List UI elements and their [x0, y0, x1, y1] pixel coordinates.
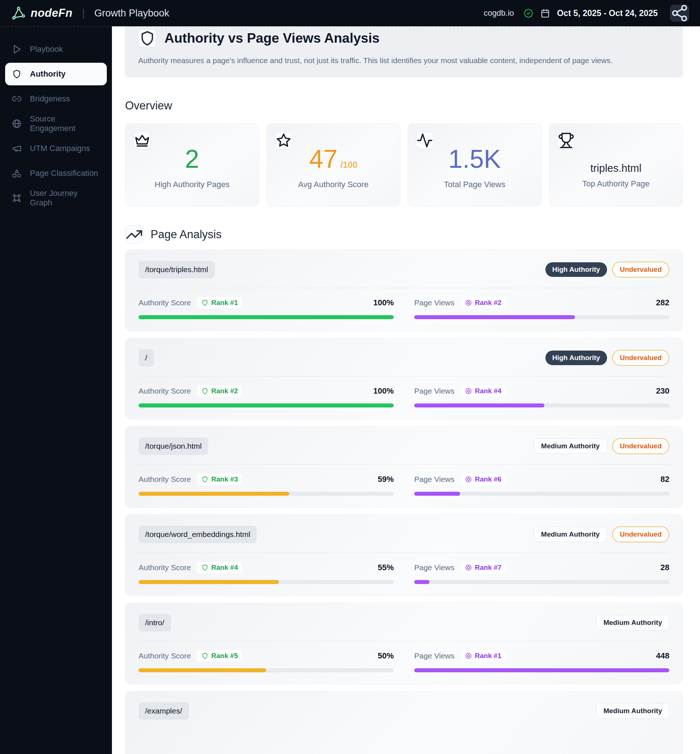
- authority-score-metric: Authority Score Rank #5 50%: [139, 650, 394, 672]
- shield-icon: [201, 564, 209, 571]
- stat-value: triples.html: [558, 161, 675, 175]
- row-divider: [139, 641, 669, 641]
- play-icon: [12, 44, 22, 54]
- overview-cards: 2 High Authority Pages 47/100 Avg Author…: [125, 123, 683, 206]
- authority-score-value: 100%: [373, 386, 394, 396]
- page-title: Authority vs Page Views Analysis: [164, 31, 380, 46]
- page-analysis-heading-row: Page Analysis: [125, 225, 683, 244]
- sidebar-item-utm-campaigns[interactable]: UTM Campaigns: [5, 137, 107, 160]
- crown-icon: [133, 132, 151, 149]
- page-row: /intro/ Medium Authority Authority Score…: [125, 602, 683, 684]
- views-rank-badge: Rank #7: [461, 562, 506, 573]
- page-path[interactable]: /intro/: [139, 614, 171, 632]
- stat-label: Total Page Views: [416, 180, 533, 189]
- views-rank-badge: Rank #1: [461, 650, 506, 662]
- overview-card: triples.html Top Authority Page: [549, 123, 683, 206]
- share-button[interactable]: [670, 5, 689, 22]
- authority-score-bar: [139, 668, 394, 672]
- authority-score-label: Authority Score: [139, 475, 191, 484]
- page-analysis-list: /torque/triples.html High Authority Unde…: [125, 250, 683, 754]
- brand-name: nodeFn: [31, 6, 73, 20]
- stat-value: 1.5K: [416, 143, 533, 175]
- page-path[interactable]: /torque/json.html: [139, 437, 208, 455]
- authority-score-value: 55%: [378, 563, 394, 573]
- journey-graph-icon: [12, 193, 22, 203]
- authority-score-metric: Authority Score Rank #2 100%: [139, 385, 394, 407]
- page-views-value: 82: [661, 475, 669, 484]
- authority-score-metric: Authority Score Rank #1 100%: [139, 297, 394, 319]
- page-path[interactable]: /: [139, 349, 154, 367]
- sidebar-item-label: Page Classification: [30, 169, 98, 178]
- sidebar-item-label: Source Engagement: [30, 114, 100, 133]
- page-views-metric: Page Views Rank #7 28: [414, 562, 669, 584]
- share-icon: [670, 4, 689, 22]
- sidebar-item-playbook[interactable]: Playbook: [5, 38, 107, 61]
- views-rank-badge: Rank #4: [461, 385, 506, 397]
- sidebar-item-bridgeness[interactable]: Bridgeness: [5, 88, 107, 110]
- stat-label: Avg Authority Score: [275, 180, 392, 189]
- app-title: Growth Playbook: [94, 8, 170, 19]
- page-path[interactable]: /examples/: [139, 702, 189, 720]
- views-rank-badge: Rank #6: [461, 474, 506, 485]
- shield-icon: [201, 387, 209, 395]
- page-views-label: Page Views: [414, 475, 455, 484]
- star-icon: [275, 132, 292, 149]
- brand-separator: |: [82, 7, 85, 19]
- overview-heading: Overview: [125, 99, 683, 113]
- nodefn-logo-icon: [11, 5, 26, 21]
- page-views-metric: Page Views Rank #4 230: [414, 385, 669, 407]
- target-icon: [465, 476, 472, 483]
- date-range[interactable]: Oct 5, 2025 - Oct 24, 2025: [557, 8, 658, 18]
- page-views-value: 28: [661, 563, 669, 573]
- authority-score-metric: Authority Score Rank #4 55%: [139, 562, 394, 584]
- row-badges: Medium Authority Undervalued: [534, 526, 669, 543]
- undervalued-badge: Undervalued: [612, 526, 669, 543]
- authority-score-bar: [139, 580, 394, 584]
- top-bar: nodeFn | Growth Playbook cogdb.io Oct 5,…: [0, 0, 700, 26]
- authority-rank-badge: Rank #2: [197, 385, 242, 397]
- page-views-value: 230: [656, 386, 669, 396]
- page-views-value: 448: [656, 651, 669, 661]
- sidebar-item-source-engagement[interactable]: Source Engagement: [5, 113, 107, 135]
- page-views-label: Page Views: [414, 299, 455, 307]
- sidebar-item-label: User Journey Graph: [30, 189, 100, 208]
- page-views-bar: [414, 668, 669, 672]
- shield-icon: [201, 299, 209, 307]
- target-icon: [465, 652, 472, 660]
- shield-icon: [12, 69, 22, 79]
- authority-score-bar: [139, 404, 394, 407]
- page-analysis-heading: Page Analysis: [151, 228, 222, 241]
- authority-score-value: 100%: [373, 298, 394, 308]
- authority-level-badge: Medium Authority: [534, 527, 607, 542]
- page-views-bar: [414, 315, 669, 319]
- authority-level-badge: Medium Authority: [534, 438, 607, 454]
- overview-card: 2 High Authority Pages: [125, 123, 259, 206]
- sidebar-item-page-classification[interactable]: Page Classification: [5, 162, 107, 185]
- stat-label: Top Authority Page: [558, 179, 675, 189]
- shapes-icon: [12, 168, 22, 178]
- badge-check-icon: [523, 8, 533, 18]
- page-path[interactable]: /torque/triples.html: [139, 261, 215, 278]
- stat-label: High Authority Pages: [133, 180, 251, 189]
- overview-card: 47/100 Avg Authority Score: [267, 123, 401, 206]
- row-divider: [139, 553, 669, 553]
- authority-score-bar: [139, 315, 394, 319]
- sidebar-item-authority[interactable]: Authority: [5, 63, 107, 85]
- brand: nodeFn | Growth Playbook: [11, 5, 169, 21]
- row-badges: Medium Authority: [596, 703, 669, 719]
- authority-level-badge: High Authority: [545, 350, 607, 365]
- main-content: Authority vs Page Views Analysis Authori…: [112, 0, 700, 754]
- target-icon: [465, 564, 472, 571]
- authority-score-label: Authority Score: [139, 563, 191, 572]
- page-views-label: Page Views: [414, 563, 455, 572]
- page-views-metric: Page Views Rank #2 282: [414, 297, 669, 319]
- authority-level-badge: Medium Authority: [596, 615, 669, 630]
- row-divider: [139, 288, 669, 288]
- page-views-metric: Page Views Rank #6 82: [414, 474, 669, 496]
- stat-value: 2: [133, 143, 251, 175]
- page-path[interactable]: /torque/word_embeddings.html: [139, 526, 257, 543]
- sidebar-item-user-journey-graph[interactable]: User Journey Graph: [5, 187, 107, 210]
- authority-rank-badge: Rank #4: [197, 562, 242, 573]
- authority-rank-badge: Rank #5: [197, 650, 242, 662]
- undervalued-badge: Undervalued: [612, 438, 669, 454]
